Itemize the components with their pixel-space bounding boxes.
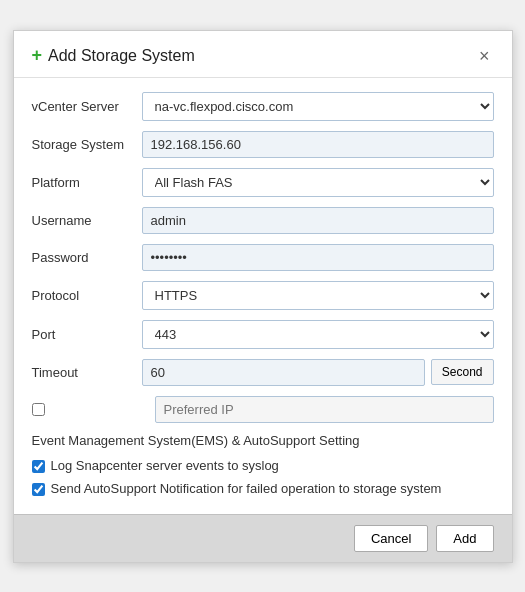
add-button[interactable]: Add [436, 525, 493, 552]
platform-control: All Flash FASFASAFFONTAP Select [142, 168, 494, 197]
port-select[interactable]: 44380 [142, 320, 494, 349]
log-snapcenter-checkbox[interactable] [32, 460, 45, 473]
platform-row: Platform All Flash FASFASAFFONTAP Select [32, 168, 494, 197]
port-row: Port 44380 [32, 320, 494, 349]
second-button[interactable]: Second [431, 359, 494, 385]
dialog-footer: Cancel Add [14, 514, 512, 562]
password-label: Password [32, 250, 142, 265]
port-control: 44380 [142, 320, 494, 349]
storage-system-label: Storage System [32, 137, 142, 152]
storage-system-input[interactable] [142, 131, 494, 158]
timeout-label: Timeout [32, 365, 142, 380]
dialog-body: vCenter Server na-vc.flexpod.cisco.com S… [14, 78, 512, 514]
autosupport-checkbox[interactable] [32, 483, 45, 496]
close-button[interactable]: × [475, 45, 494, 67]
add-storage-dialog: + Add Storage System × vCenter Server na… [13, 30, 513, 563]
protocol-select[interactable]: HTTPSHTTP [142, 281, 494, 310]
dialog-header: + Add Storage System × [14, 31, 512, 78]
vcenter-select[interactable]: na-vc.flexpod.cisco.com [142, 92, 494, 121]
autosupport-row: Send AutoSupport Notification for failed… [32, 481, 494, 496]
dialog-title: + Add Storage System [32, 45, 195, 66]
vcenter-row: vCenter Server na-vc.flexpod.cisco.com [32, 92, 494, 121]
autosupport-label: Send AutoSupport Notification for failed… [51, 481, 442, 496]
password-control [142, 244, 494, 271]
protocol-control: HTTPSHTTP [142, 281, 494, 310]
preferred-ip-row [32, 396, 494, 423]
platform-label: Platform [32, 175, 142, 190]
username-control [142, 207, 494, 234]
username-input[interactable] [142, 207, 494, 234]
storage-system-control [142, 131, 494, 158]
username-label: Username [32, 213, 142, 228]
dialog-title-text: Add Storage System [48, 47, 195, 65]
password-row: Password [32, 244, 494, 271]
timeout-control: Second [142, 359, 494, 386]
ems-section-label: Event Management System(EMS) & AutoSuppo… [32, 433, 494, 448]
plus-icon: + [32, 45, 43, 66]
preferred-ip-checkbox[interactable] [32, 403, 45, 416]
cancel-button[interactable]: Cancel [354, 525, 428, 552]
protocol-row: Protocol HTTPSHTTP [32, 281, 494, 310]
password-input[interactable] [142, 244, 494, 271]
timeout-input[interactable] [142, 359, 425, 386]
log-snapcenter-label: Log Snapcenter server events to syslog [51, 458, 279, 473]
username-row: Username [32, 207, 494, 234]
timeout-row: Timeout Second [32, 359, 494, 386]
vcenter-control: na-vc.flexpod.cisco.com [142, 92, 494, 121]
platform-select[interactable]: All Flash FASFASAFFONTAP Select [142, 168, 494, 197]
vcenter-label: vCenter Server [32, 99, 142, 114]
log-snapcenter-row: Log Snapcenter server events to syslog [32, 458, 494, 473]
protocol-label: Protocol [32, 288, 142, 303]
preferred-ip-input[interactable] [155, 396, 494, 423]
storage-system-row: Storage System [32, 131, 494, 158]
port-label: Port [32, 327, 142, 342]
